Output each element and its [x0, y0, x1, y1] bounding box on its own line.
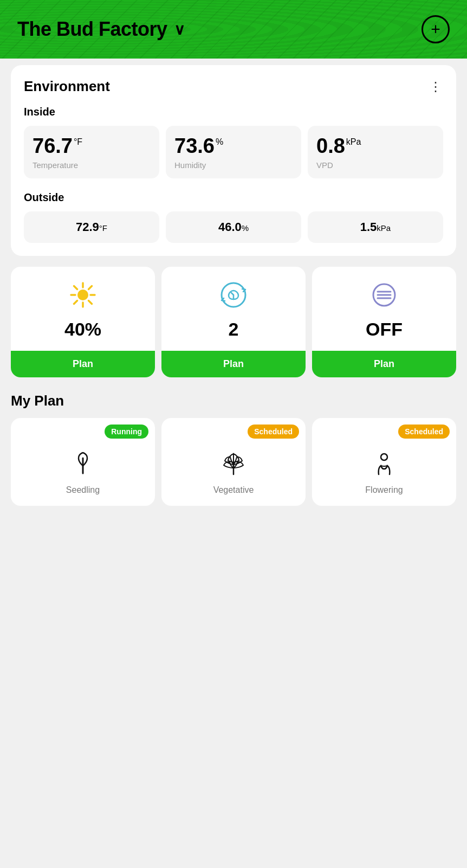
outside-label: Outside	[24, 191, 443, 204]
scheduled-badge-vegetative: Scheduled	[248, 425, 299, 439]
outside-metrics-grid: 72.9°F 46.0% 1.5kPa	[24, 211, 443, 243]
add-button[interactable]: +	[421, 15, 450, 43]
inside-metrics-grid: 76.7°F Temperature 73.6% Humidity 0.8kPa…	[24, 126, 443, 178]
vegetative-label: Vegetative	[213, 485, 254, 495]
outside-temp-card: 72.9°F	[24, 211, 159, 243]
sun-icon	[68, 280, 98, 310]
light-plan-button[interactable]: Plan	[11, 351, 155, 377]
humidity-card: 73.6% Humidity	[166, 126, 301, 178]
irrigation-value: 2	[229, 319, 239, 340]
flowering-label: Flowering	[365, 485, 403, 495]
flowering-icon	[367, 445, 401, 480]
env-header: Environment ⋮	[24, 78, 443, 95]
svg-point-16	[381, 454, 387, 460]
flowering-stage-card[interactable]: Scheduled Flowering	[312, 418, 456, 506]
svg-line-6	[89, 301, 92, 304]
irrigation-widget: 2 Plan	[161, 267, 306, 377]
irrigation-plan-button[interactable]: Plan	[161, 351, 306, 377]
more-menu-icon[interactable]: ⋮	[429, 79, 443, 94]
light-value: 40%	[64, 319, 101, 340]
outside-temp-value: 72.9°F	[76, 220, 107, 234]
temperature-card: 76.7°F Temperature	[24, 126, 159, 178]
svg-line-8	[74, 301, 77, 304]
header-title-group: The Bud Factory ∨	[17, 18, 185, 41]
my-plan-title: My Plan	[11, 393, 456, 409]
app-header: The Bud Factory ∨ +	[0, 0, 467, 59]
outside-humidity-value: 46.0%	[218, 220, 249, 234]
vegetative-stage-card[interactable]: Scheduled	[161, 418, 306, 506]
outside-vpd-value: 1.5kPa	[360, 220, 391, 234]
inside-label: Inside	[24, 106, 443, 118]
main-content: Environment ⋮ Inside 76.7°F Temperature …	[0, 52, 467, 519]
app-title: The Bud Factory	[17, 18, 167, 41]
outside-vpd-card: 1.5kPa	[308, 211, 443, 243]
temperature-label: Temperature	[33, 160, 151, 170]
climate-widget: OFF Plan	[312, 267, 456, 377]
outside-humidity-card: 46.0%	[166, 211, 301, 243]
climate-value: OFF	[366, 319, 403, 340]
vpd-label: VPD	[316, 160, 434, 170]
svg-line-5	[74, 286, 77, 290]
climate-icon	[369, 280, 399, 310]
svg-point-0	[77, 290, 88, 300]
plan-stages-row: Running Seedling Scheduled	[11, 418, 456, 506]
temperature-value: 76.7°F	[33, 136, 151, 156]
seedling-label: Seedling	[66, 485, 100, 495]
leaf-cycle-icon	[218, 280, 249, 310]
env-title: Environment	[24, 78, 110, 95]
light-widget: 40% Plan	[11, 267, 155, 377]
climate-plan-button[interactable]: Plan	[312, 351, 456, 377]
vpd-card: 0.8kPa VPD	[308, 126, 443, 178]
svg-line-7	[89, 286, 92, 290]
running-badge: Running	[105, 425, 148, 439]
vegetative-icon	[216, 445, 251, 480]
humidity-label: Humidity	[174, 160, 293, 170]
environment-card: Environment ⋮ Inside 76.7°F Temperature …	[11, 65, 456, 256]
my-plan-section: My Plan Running Seedling Scheduled	[11, 393, 456, 506]
plan-widgets-row: 40% Plan 2 P	[11, 267, 456, 377]
vpd-value: 0.8kPa	[316, 136, 434, 156]
seedling-stage-card[interactable]: Running Seedling	[11, 418, 155, 506]
scheduled-badge-flowering: Scheduled	[398, 425, 450, 439]
humidity-value: 73.6%	[174, 136, 293, 156]
chevron-down-icon[interactable]: ∨	[174, 21, 185, 38]
seedling-icon	[66, 445, 100, 480]
